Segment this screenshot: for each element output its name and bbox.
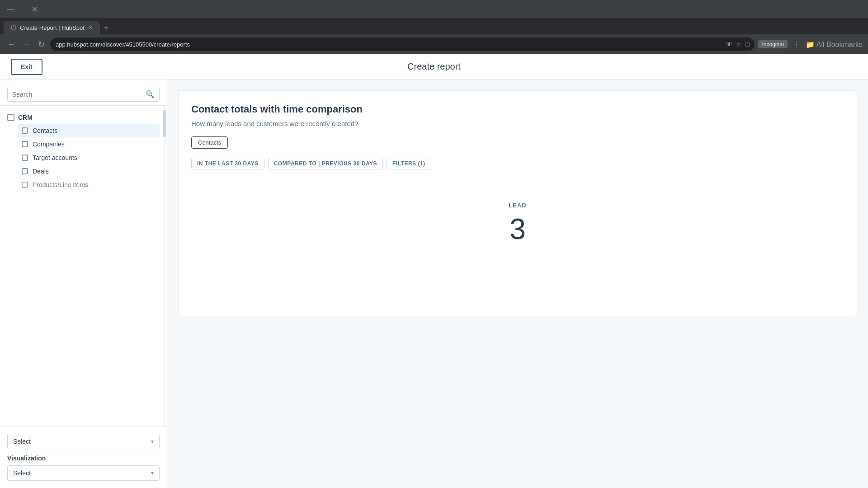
url-display: app.hubspot.com/discover/45105500/create… <box>56 41 722 48</box>
minimize-button[interactable]: — <box>5 3 16 15</box>
contacts-label: Contacts <box>33 127 57 134</box>
address-bar-row: ← → ↻ app.hubspot.com/discover/45105500/… <box>0 34 868 54</box>
contacts-badge: Contacts <box>191 136 228 149</box>
list-item-deals[interactable]: Deals <box>18 164 160 178</box>
tab-close-icon[interactable]: ✕ <box>88 24 93 31</box>
browser-right-icons: Incognito ⋮ 📁 All Bookmarks <box>758 40 863 49</box>
search-input[interactable] <box>12 91 146 98</box>
extensions-icon: □ <box>745 41 749 48</box>
main-layout: 🔍 CRM Contacts <box>0 80 868 488</box>
filters-row: IN THE LAST 30 DAYS COMPARED TO | PREVIO… <box>191 158 844 169</box>
tab-favicon-icon: ⬡ <box>11 24 16 31</box>
new-tab-button[interactable]: + <box>100 23 113 33</box>
window-controls: — □ ✕ <box>5 3 39 15</box>
right-panel: Contact totals with time comparison How … <box>167 80 868 488</box>
more-icon: ⋮ <box>793 40 800 49</box>
crm-checkbox[interactable] <box>7 114 14 121</box>
crm-header: CRM <box>7 111 160 124</box>
eye-off-icon: 👁 <box>726 41 732 48</box>
search-icon: 🔍 <box>146 90 155 99</box>
bottom-section: Select ▾ Visualization Select ▾ <box>0 426 167 488</box>
deals-label: Deals <box>33 168 49 175</box>
visualization-label: Visualization <box>7 455 160 462</box>
refresh-button[interactable]: ↻ <box>36 38 47 51</box>
list-item-companies[interactable]: Companies <box>18 137 160 151</box>
list-item-target-accounts[interactable]: Target accounts <box>18 151 160 164</box>
contacts-checkbox[interactable] <box>22 127 28 134</box>
metric-value: 3 <box>509 212 526 246</box>
products-checkbox[interactable] <box>22 182 28 188</box>
scrollbar-thumb[interactable] <box>163 110 166 137</box>
left-panel: 🔍 CRM Contacts <box>0 80 167 488</box>
page-title: Create report <box>407 61 461 72</box>
star-icon: ☆ <box>736 41 742 48</box>
target-accounts-label: Target accounts <box>33 154 77 161</box>
target-accounts-checkbox[interactable] <box>22 155 28 161</box>
companies-label: Companies <box>33 141 65 148</box>
forward-button[interactable]: → <box>21 38 33 51</box>
search-section: 🔍 <box>0 80 167 105</box>
scrollbar-track[interactable] <box>163 106 166 426</box>
exit-button[interactable]: Exit <box>11 59 42 75</box>
address-bar-icons: 👁 ☆ □ <box>726 41 749 48</box>
incognito-badge: Incognito <box>758 40 788 48</box>
tab-bar: ⬡ Create Report | HubSpot ✕ + <box>0 18 868 34</box>
bookmarks-label: 📁 All Bookmarks <box>806 40 863 49</box>
back-button[interactable]: ← <box>5 38 17 51</box>
maximize-button[interactable]: □ <box>19 3 27 15</box>
list-item-contacts[interactable]: Contacts <box>18 124 160 137</box>
crm-section: CRM Contacts Companies <box>0 109 167 193</box>
close-button[interactable]: ✕ <box>30 3 39 15</box>
companies-checkbox[interactable] <box>22 141 28 147</box>
browser-chrome: — □ ✕ <box>0 0 868 18</box>
filter-filters[interactable]: FILTERS (1) <box>387 158 431 169</box>
filter-compared-to[interactable]: COMPARED TO | PREVIOUS 30 DAYS <box>268 158 383 169</box>
visualization-select-dropdown[interactable]: Select ▾ <box>7 465 160 481</box>
active-tab[interactable]: ⬡ Create Report | HubSpot ✕ <box>4 21 100 34</box>
list-item-products[interactable]: Products/Line items <box>18 178 160 192</box>
primary-select-chevron-icon: ▾ <box>151 438 154 445</box>
primary-select-dropdown[interactable]: Select ▾ <box>7 434 160 449</box>
crm-list-section: CRM Contacts Companies <box>0 105 167 426</box>
metric-label: LEAD <box>509 202 526 209</box>
data-section: LEAD 3 <box>191 184 844 246</box>
search-box[interactable]: 🔍 <box>7 87 160 102</box>
report-card: Contact totals with time comparison How … <box>178 90 857 316</box>
primary-select-label: Select <box>13 438 31 445</box>
deals-checkbox[interactable] <box>22 168 28 174</box>
address-bar[interactable]: app.hubspot.com/discover/45105500/create… <box>50 38 755 51</box>
tab-title: Create Report | HubSpot <box>20 24 85 31</box>
report-title: Contact totals with time comparison <box>191 103 844 115</box>
visualization-select-chevron-icon: ▾ <box>151 470 154 476</box>
filter-last-30-days[interactable]: IN THE LAST 30 DAYS <box>191 158 264 169</box>
products-label: Products/Line items <box>33 181 88 188</box>
report-subtitle: How many leads and customers were recent… <box>191 120 844 127</box>
app-header: Exit Create report <box>0 54 868 80</box>
visualization-select-label: Select <box>13 469 31 477</box>
crm-sub-items: Contacts Companies Target accounts <box>7 124 160 192</box>
crm-label: CRM <box>18 114 33 121</box>
